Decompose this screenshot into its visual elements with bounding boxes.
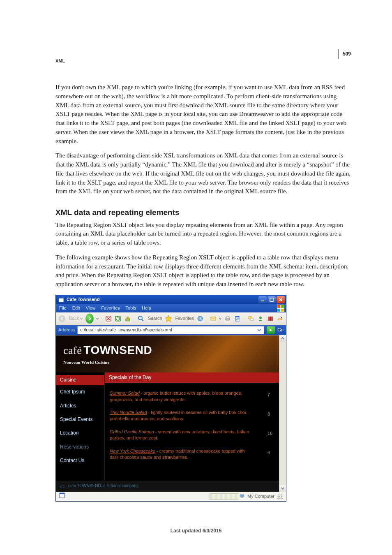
svg-rect-24 (268, 317, 270, 321)
antiphishing-button[interactable] (276, 314, 284, 323)
svg-rect-25 (271, 317, 273, 321)
resize-grip-icon[interactable] (277, 494, 283, 500)
ie-logo-icon (277, 305, 284, 312)
menu-help[interactable]: Help (142, 305, 151, 312)
special-title[interactable]: Thai Noodle Salad (110, 410, 147, 415)
messenger-button[interactable] (257, 314, 264, 323)
svg-point-12 (138, 316, 142, 320)
svg-rect-2 (261, 301, 264, 301)
special-title[interactable]: Summer Salad (110, 391, 140, 395)
go-button[interactable] (267, 326, 275, 334)
toolbar-separator: · (244, 315, 245, 322)
nav-item-events[interactable]: Special Events (56, 413, 104, 426)
svg-rect-30 (60, 493, 65, 494)
special-title[interactable]: Grilled Pacific Salmon (110, 429, 154, 434)
special-price: 6 (267, 448, 284, 456)
chevron-down-icon[interactable] (257, 328, 261, 332)
svg-rect-8 (281, 309, 284, 312)
section-label: XML (55, 58, 351, 63)
special-price: 16 (267, 429, 284, 437)
nav-item-location[interactable]: Location (56, 426, 104, 440)
page-content: café TOWNSEND Nouveau World Cuisine Cuis… (56, 335, 279, 492)
svg-text:W: W (236, 317, 239, 321)
print-button[interactable] (224, 314, 232, 323)
page-footer: Last updated 6/3/2015 (0, 528, 392, 534)
address-value: c:\local_sites\cafe_townsend\xml\special… (80, 327, 172, 333)
refresh-button[interactable] (115, 314, 122, 323)
go-label: Go (277, 327, 284, 333)
svg-rect-6 (281, 305, 284, 308)
specials-table: Summer Salad - organic butter lettuce wi… (105, 383, 289, 472)
back-button[interactable] (58, 314, 66, 323)
favorites-button[interactable] (165, 314, 172, 323)
zone-icon (239, 493, 245, 500)
svg-rect-33 (241, 497, 243, 498)
discuss-button[interactable] (247, 314, 255, 323)
svg-text:cT: cT (60, 484, 65, 489)
svg-rect-32 (240, 495, 244, 497)
status-done-icon (59, 493, 65, 500)
favorites-label: Favorites (175, 315, 194, 322)
forward-button[interactable] (85, 314, 93, 324)
chevron-down-icon (80, 317, 83, 320)
svg-rect-26 (270, 317, 271, 321)
site-nav: Cuisine Chef Ipsum Articles Special Even… (56, 372, 105, 481)
nav-item-reservations[interactable]: Reservations (56, 440, 104, 454)
window-minimize-button[interactable] (258, 296, 267, 303)
search-button[interactable] (137, 314, 145, 323)
scroll-down-icon[interactable] (279, 485, 286, 492)
browser-window-figure: Cafe Townsend File Edit View F (55, 295, 286, 502)
paragraph: The Repeating Region XSLT object lets yo… (55, 221, 351, 247)
toolbar-separator: · (101, 315, 102, 322)
security-zone: My Computer (247, 493, 274, 500)
svg-point-27 (281, 317, 282, 318)
window-titlebar[interactable]: Cafe Townsend (56, 295, 286, 304)
history-button[interactable] (196, 314, 204, 323)
window-maximize-button[interactable] (267, 296, 276, 303)
site-tagline: Nouveau World Cuisine (63, 359, 279, 366)
chevron-down-icon[interactable] (96, 317, 99, 320)
window-title: Cafe Townsend (67, 296, 99, 303)
window-close-button[interactable] (277, 296, 285, 303)
menu-view[interactable]: View (86, 305, 96, 312)
site-banner: café TOWNSEND Nouveau World Cuisine (56, 335, 279, 372)
edit-button[interactable]: W (234, 314, 241, 323)
menu-favorites[interactable]: Favorites (101, 305, 120, 312)
menu-file[interactable]: File (59, 305, 67, 312)
page-icon (58, 297, 64, 303)
special-price: 7 (267, 390, 284, 398)
special-title[interactable]: New York Cheesecake (110, 449, 155, 453)
browser-statusbar: My Computer (56, 492, 286, 501)
home-button[interactable] (124, 314, 131, 323)
section-heading: XML data and repeating elements (55, 207, 351, 218)
table-row: Grilled Pacific Salmon - served with new… (110, 426, 284, 445)
research-button[interactable] (267, 314, 274, 323)
svg-point-23 (259, 317, 262, 319)
menu-edit[interactable]: Edit (72, 305, 80, 312)
browser-address-bar: Address c:\local_sites\cafe_townsend\xml… (56, 325, 286, 335)
nav-item-contact[interactable]: Contact Us (56, 454, 104, 467)
chevron-down-icon[interactable] (219, 317, 221, 320)
nav-item-chef[interactable]: Chef Ipsum (56, 385, 104, 399)
browser-menubar: File Edit View Favorites Tools Help (56, 304, 286, 312)
menu-tools[interactable]: Tools (126, 305, 136, 312)
svg-rect-17 (226, 319, 229, 321)
address-input[interactable]: c:\local_sites\cafe_townsend\xml\special… (77, 326, 264, 334)
paragraph: The following example shows how the Repe… (55, 253, 351, 289)
mail-button[interactable] (210, 314, 217, 323)
site-footer-text: cafe TOWNSEND, a fictional company. (68, 483, 139, 489)
paragraph: If you don't own the XML page to which y… (55, 83, 351, 146)
body-text: If you don't own the XML page to which y… (55, 83, 351, 502)
logo-townsend: TOWNSEND (83, 342, 152, 359)
page-number: 509 (338, 49, 351, 59)
document-page: 509 XML If you don't own the XML page to… (0, 0, 392, 555)
stop-button[interactable] (105, 314, 112, 323)
address-label: Address (58, 327, 75, 333)
search-label: Search (148, 315, 162, 322)
scroll-up-icon[interactable] (279, 335, 286, 342)
table-row: Thai Noodle Salad - lightly sauteed in s… (110, 406, 284, 426)
special-price: 8 (267, 409, 284, 417)
browser-toolbar: Back · (56, 312, 286, 325)
svg-rect-3 (270, 298, 273, 301)
nav-item-articles[interactable]: Articles (56, 399, 104, 413)
